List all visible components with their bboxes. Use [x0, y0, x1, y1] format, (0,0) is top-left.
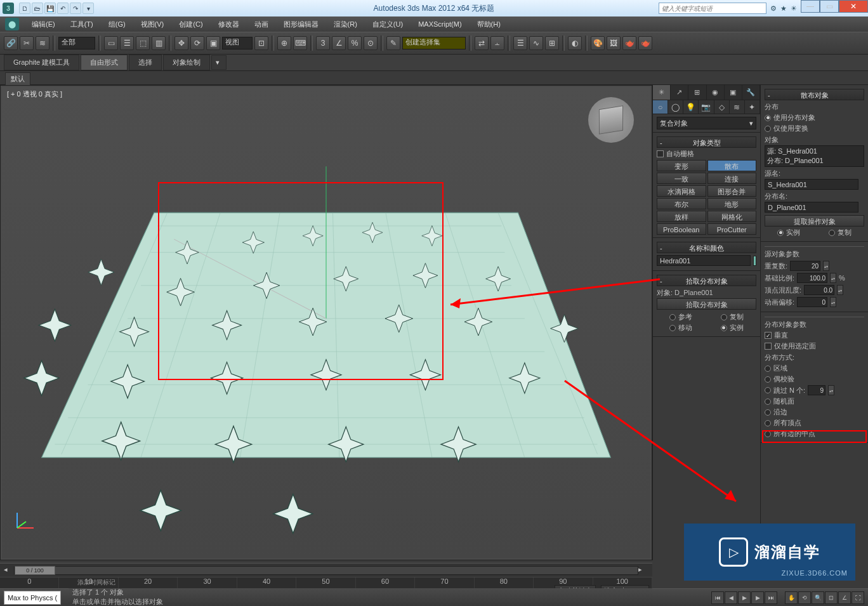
type-terrain-button[interactable]: 地形	[707, 198, 757, 209]
geometry-subtab-icon[interactable]: ○	[653, 100, 668, 114]
named-sel-edit-icon[interactable]: ✎	[386, 36, 400, 50]
unlink-icon[interactable]: ✂	[20, 36, 34, 50]
qat-save-icon[interactable]: 💾	[44, 3, 56, 14]
qat-redo-icon[interactable]: ↷	[70, 3, 81, 14]
menu-tools[interactable]: 工具(T)	[64, 18, 100, 31]
autogrid-checkbox[interactable]	[657, 150, 664, 157]
fov-icon[interactable]: ∠	[838, 591, 851, 604]
maximize-button[interactable]: ▭	[820, 0, 839, 13]
method-random-radio[interactable]	[765, 399, 771, 405]
anim-offset-spin-icon[interactable]: ▴▾	[830, 297, 836, 307]
window-cross-icon[interactable]: ▥	[152, 36, 166, 50]
play-icon[interactable]: ▶	[738, 591, 751, 604]
type-boolean-button[interactable]: 布尔	[657, 198, 706, 209]
viewcube[interactable]	[588, 97, 634, 143]
type-proboolean-button[interactable]: ProBoolean	[657, 223, 706, 235]
timeslider-next-icon[interactable]: ▸	[638, 565, 648, 576]
manip-icon[interactable]: ⊕	[277, 36, 291, 50]
basescale-spinner[interactable]	[797, 273, 827, 283]
create-tab-icon[interactable]: ✳	[653, 85, 671, 100]
goto-start-icon[interactable]: ⏮	[711, 591, 724, 604]
method-alledgemid-radio[interactable]	[765, 431, 771, 437]
type-conform-button[interactable]: 一致	[657, 173, 706, 184]
source-name-input[interactable]	[765, 179, 858, 190]
app-icon[interactable]: 3	[3, 3, 14, 14]
viewport-label[interactable]: [ + 0 透视 0 真实 ]	[7, 89, 62, 99]
skip-n-spinner[interactable]	[808, 385, 825, 395]
select-scale-icon[interactable]: ▣	[206, 36, 220, 50]
menu-help[interactable]: 帮助(H)	[471, 18, 507, 31]
bind-icon[interactable]: ≋	[36, 36, 49, 50]
ribbon-tab-graphite[interactable]: Graphite 建模工具	[4, 55, 79, 70]
menu-views[interactable]: 视图(V)	[135, 18, 171, 31]
dist-name-input[interactable]	[765, 202, 858, 213]
vertex-chaos-spinner[interactable]	[804, 285, 834, 295]
motion-tab-icon[interactable]: ◉	[707, 85, 725, 100]
menu-customize[interactable]: 自定义(U)	[366, 18, 409, 31]
zoom-ext-icon[interactable]: ⊡	[825, 591, 838, 604]
ribbon-tab-selection[interactable]: 选择	[129, 55, 162, 70]
select-icon[interactable]: ▭	[104, 36, 118, 50]
snap-3-icon[interactable]: 3	[316, 36, 330, 50]
type-shapemerge-button[interactable]: 图形合并	[707, 185, 757, 197]
select-name-icon[interactable]: ☰	[120, 36, 134, 50]
skip-n-spin-icon[interactable]: ▴▾	[828, 385, 834, 395]
anim-offset-spinner[interactable]	[797, 297, 827, 307]
pan-icon[interactable]: ✋	[785, 591, 798, 604]
hierarchy-tab-icon[interactable]: ⊞	[688, 85, 706, 100]
perpendicular-checkbox[interactable]	[765, 332, 772, 339]
type-morph-button[interactable]: 变形	[657, 160, 706, 171]
menu-edit[interactable]: 编辑(E)	[25, 18, 62, 31]
lights-subtab-icon[interactable]: 💡	[683, 100, 699, 114]
render-prod-icon[interactable]: 🫖	[638, 36, 652, 50]
method-allvert-radio[interactable]	[765, 420, 771, 426]
object-name-input[interactable]	[657, 255, 751, 266]
time-slider-thumb[interactable]: 0 / 100	[15, 566, 55, 575]
duplicates-spinner[interactable]	[790, 261, 820, 271]
pick-distribution-button[interactable]: 拾取分布对象	[657, 298, 756, 310]
helpers-subtab-icon[interactable]: ◇	[714, 100, 730, 114]
menu-animation[interactable]: 动画	[248, 18, 275, 31]
name-color-rollout-header[interactable]: -名称和颜色	[657, 242, 756, 253]
extract-copy-radio[interactable]	[829, 230, 835, 236]
ribbon-expand-icon[interactable]: ▾	[211, 55, 227, 70]
object-type-rollout-header[interactable]: -对象类型	[657, 136, 756, 148]
ribbon-tab-paint[interactable]: 对象绘制	[163, 55, 210, 70]
use-dist-obj-radio[interactable]	[765, 115, 771, 121]
type-scatter-button[interactable]: 散布	[707, 160, 757, 171]
layers-icon[interactable]: ☰	[513, 36, 527, 50]
listbox-source-row[interactable]: 源: S_Hedra001	[767, 147, 862, 156]
use-selected-faces-checkbox[interactable]	[765, 343, 772, 350]
use-transform-radio[interactable]	[765, 126, 771, 132]
maximize-vp-icon[interactable]: ⛶	[852, 591, 864, 604]
space-subtab-icon[interactable]: ≋	[730, 100, 745, 114]
align-icon[interactable]: ⫠	[490, 36, 504, 50]
pick-reference-radio[interactable]	[669, 314, 676, 320]
time-slider-track[interactable]: 0 / 100	[14, 566, 638, 575]
menu-grapheditor[interactable]: 图形编辑器	[277, 18, 325, 31]
select-rotate-icon[interactable]: ⟳	[190, 36, 204, 50]
type-blob-button[interactable]: 水滴网格	[657, 185, 706, 197]
link-icon[interactable]: 🔗	[4, 36, 18, 50]
prev-frame-icon[interactable]: ◀	[725, 591, 737, 604]
method-skip-radio[interactable]	[765, 387, 771, 393]
pick-distribution-rollout-header[interactable]: -拾取分布对象	[657, 275, 756, 286]
ribbon-sub-default[interactable]: 默认	[5, 72, 30, 86]
selection-filter-dropdown[interactable]: 全部	[58, 37, 95, 49]
schematic-icon[interactable]: ⊞	[545, 36, 559, 50]
ribbon-tab-freeform[interactable]: 自由形式	[81, 55, 128, 70]
qat-undo-icon[interactable]: ↶	[57, 3, 69, 14]
minimize-button[interactable]: —	[801, 0, 820, 13]
category-dropdown[interactable]: 复合对象▾	[657, 117, 756, 129]
orbit-icon[interactable]: ⟲	[798, 591, 811, 604]
maxscript-mini-button[interactable]: Max to Physcs (	[4, 591, 61, 605]
timeslider-prev-icon[interactable]: ◂	[4, 565, 14, 576]
rendered-frame-icon[interactable]: 🖼	[607, 36, 621, 50]
extract-operand-button[interactable]: 提取操作对象	[765, 215, 864, 227]
type-procutter-button[interactable]: ProCutter	[707, 223, 757, 235]
render-setup-icon[interactable]: 🎨	[591, 36, 605, 50]
pick-instance-radio[interactable]	[721, 325, 727, 331]
type-loft-button[interactable]: 放样	[657, 211, 706, 222]
menu-maxscript[interactable]: MAXScript(M)	[412, 18, 468, 30]
close-button[interactable]: ✕	[839, 0, 868, 13]
